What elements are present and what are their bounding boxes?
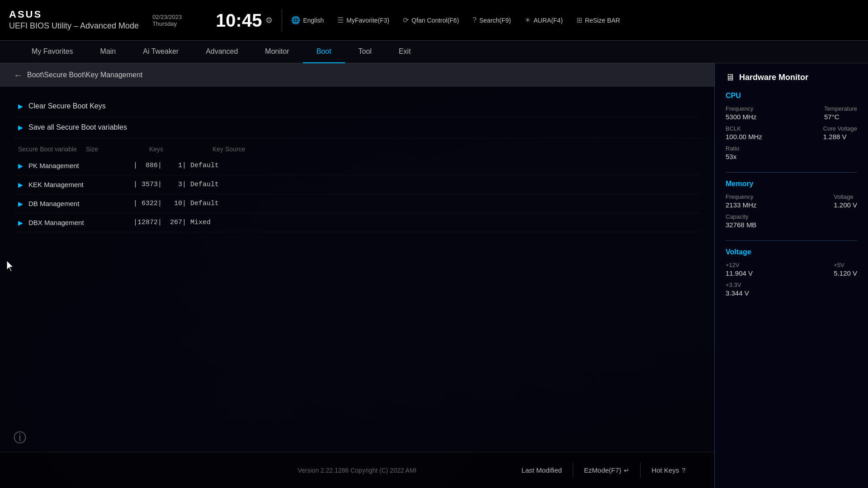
voltage-section-title: Voltage [726,248,857,256]
sb-col-keys: Keys [149,145,203,153]
nav-monitor[interactable]: Monitor [251,41,302,63]
search-button[interactable]: ? Search(F9) [472,16,511,24]
aura-button[interactable]: ☀ AURA(F4) [524,16,563,24]
mem-capacity-field: Capacity 32768 MB [726,213,756,229]
sb-col-source: Key Source [212,145,267,153]
arrow-icon-2: ▶ [18,124,23,131]
dbx-label: DBX Management [28,219,128,226]
cpu-frequency-value: 5300 MHz [726,113,756,121]
nav-exit[interactable]: Exit [385,41,425,63]
cpu-divider [726,172,857,173]
cpu-temperature-field: Temperature 57°C [824,105,857,121]
volt-12v-label: +12V [726,262,753,268]
db-arrow: ▶ [18,200,23,207]
nav-boot[interactable]: Boot [303,41,345,63]
dbx-management-item[interactable]: ▶ DBX Management |12872| 267| Mixed [14,213,701,232]
version-text: Version 2.22.1286 Copyright (C) 2022 AMI [297,467,416,474]
fan-icon: ⟳ [403,16,409,24]
db-label: DB Management [28,200,128,207]
hw-title-text: Hardware Monitor [739,73,808,82]
mem-frequency-field: Frequency 2133 MHz [726,193,756,209]
dbx-values: |12872| 267| Mixed [133,219,211,226]
settings-icon[interactable]: ⚙ [265,15,273,25]
resize-icon: ⊞ [576,16,582,24]
cpu-temperature-label: Temperature [824,105,857,112]
last-modified-label: Last Modified [522,466,562,474]
cpu-bclk-field: BCLK 100.00 MHz [726,125,762,141]
date-line1: 02/23/2023 [152,14,182,20]
pk-management-item[interactable]: ▶ PK Management | 886| 1| Default [14,156,701,175]
sb-col-variable: Secure Boot variable [18,145,77,153]
nav-my-favorites[interactable]: My Favorites [18,41,87,63]
kek-values: | 3573| 3| Default [133,181,219,188]
mem-voltage-label: Voltage [834,193,857,200]
cpu-frequency-label: Frequency [726,105,756,112]
secure-boot-header: Secure Boot variable Size Keys Key Sourc… [14,138,701,156]
nav-advanced[interactable]: Advanced [192,41,251,63]
hardware-monitor-panel: 🖥 Hardware Monitor CPU Frequency 5300 MH… [714,63,868,488]
save-variables-item[interactable]: ▶ Save all Secure Boot variables [14,117,701,138]
mem-freq-voltage-row: Frequency 2133 MHz Voltage 1.200 V [726,193,857,209]
clear-secure-boot-label: Clear Secure Boot Keys [28,102,106,110]
ezmode-label: EzMode(F7) [584,466,622,474]
pk-label: PK Management [28,162,128,169]
cpu-core-voltage-field: Core Voltage 1.288 V [823,125,857,141]
last-modified-button[interactable]: Last Modified [511,463,573,478]
hotkeys-button[interactable]: Hot Keys ? [640,463,696,478]
mem-divider [726,240,857,241]
breadcrumb: Boot\Secure Boot\Key Management [27,71,142,79]
mem-capacity-label: Capacity [726,213,756,220]
volt-5v-value: 5.120 V [834,269,857,277]
kek-management-item[interactable]: ▶ KEK Management | 3573| 3| Default [14,175,701,194]
monitor-icon: 🖥 [726,72,735,83]
english-selector[interactable]: 🌐 English [291,16,324,24]
search-label: Search(F9) [479,17,511,24]
kek-arrow: ▶ [18,181,23,188]
volt-12v-value: 11.904 V [726,269,753,277]
myfavorite-label: MyFavorite(F3) [346,17,389,24]
clear-secure-boot-item[interactable]: ▶ Clear Secure Boot Keys [14,96,701,117]
logo-area: ASUS UEFI BIOS Utility – Advanced Mode [9,9,139,31]
hotkeys-label: Hot Keys [651,466,679,474]
content-area: ← Boot\Secure Boot\Key Management ▶ Clea… [0,63,868,488]
nav-tool[interactable]: Tool [345,41,385,63]
back-button[interactable]: ← [14,70,23,80]
mem-voltage-value: 1.200 V [834,201,857,209]
cpu-core-voltage-value: 1.288 V [823,133,857,141]
date-line2: Thursday [152,20,177,27]
memory-section-title: Memory [726,180,857,188]
save-variables-label: Save all Secure Boot variables [28,123,127,131]
volt-12v-field: +12V 11.904 V [726,262,753,277]
dbx-arrow: ▶ [18,219,23,226]
resize-label: ReSize BAR [585,17,620,24]
ezmode-button[interactable]: EzMode(F7) ↵ [573,463,641,478]
ezmode-icon: ↵ [624,467,629,474]
kek-label: KEK Management [28,181,128,188]
aura-label: AURA(F4) [533,17,563,24]
nav-main[interactable]: Main [87,41,130,63]
time-area: 10:45 ⚙ [216,11,273,29]
cpu-freq-temp-row: Frequency 5300 MHz Temperature 57°C [726,105,857,121]
volt-33v-value: 3.344 V [726,289,749,297]
cpu-temperature-value: 57°C [824,113,857,121]
volt-5v-field: +5V 5.120 V [834,262,857,277]
db-values: | 6322| 10| Default [133,200,219,207]
cpu-bclk-voltage-row: BCLK 100.00 MHz Core Voltage 1.288 V [726,125,857,141]
main-panel: ← Boot\Secure Boot\Key Management ▶ Clea… [0,63,714,488]
header-divider [282,9,282,32]
hotkeys-icon: ? [682,467,685,474]
info-icon[interactable]: ⓘ [14,429,26,446]
cpu-ratio-field: Ratio 53x [726,145,739,160]
nav-ai-tweaker[interactable]: Ai Tweaker [129,41,192,63]
pk-arrow: ▶ [18,162,23,169]
db-management-item[interactable]: ▶ DB Management | 6322| 10| Default [14,194,701,213]
mem-capacity-value: 32768 MB [726,221,756,229]
hw-title: 🖥 Hardware Monitor [726,72,857,83]
volt-12-5-row: +12V 11.904 V +5V 5.120 V [726,262,857,277]
menu-content: ▶ Clear Secure Boot Keys ▶ Save all Secu… [0,87,714,425]
qfan-button[interactable]: ⟳ Qfan Control(F6) [403,16,459,24]
cpu-bclk-value: 100.00 MHz [726,133,762,141]
bios-title: UEFI BIOS Utility – Advanced Mode [9,21,139,31]
resize-bar-button[interactable]: ⊞ ReSize BAR [576,16,620,24]
myfavorite-button[interactable]: ☰ MyFavorite(F3) [337,16,389,24]
